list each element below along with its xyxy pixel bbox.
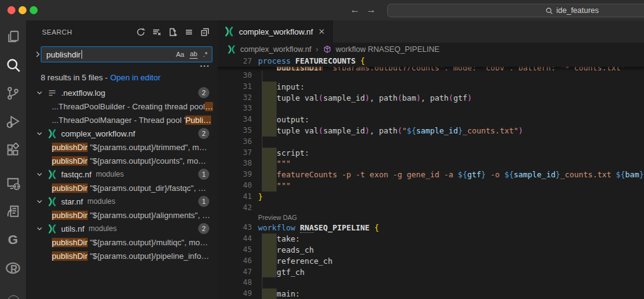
regex-icon[interactable]: .* [203, 51, 207, 58]
chevron-down-icon[interactable] [36, 225, 43, 232]
code-line: 30 [217, 70, 644, 82]
search-input[interactable]: publishdir Aa ab .* [41, 46, 212, 62]
line-number: 39 [217, 169, 252, 180]
line-number: 41 [217, 192, 252, 203]
whole-word-icon[interactable]: ab [190, 50, 197, 59]
code-line: 43workflow RNASEQ_PIPELINE { [217, 222, 644, 234]
code-line: 47 gtf_ch [217, 267, 644, 278]
codelens-preview-dag[interactable]: Preview DAG [217, 213, 644, 222]
code-line: 40 """ [217, 180, 644, 192]
nextflow-file-icon [48, 197, 57, 206]
code-line: 48 [217, 277, 644, 288]
search-icon[interactable] [0, 51, 26, 79]
tab-complex-workflow[interactable]: complex_workflow.nf [217, 20, 333, 43]
close-window-button[interactable] [7, 6, 15, 14]
search-file-row[interactable]: utils.nfmodules2 [26, 222, 217, 235]
search-match-row[interactable]: publishDir "${params.output}/alignments"… [26, 208, 217, 222]
zoom-window-button[interactable] [30, 6, 38, 14]
breadcrumb-symbol[interactable]: workflow RNASEQ_PIPELINE [336, 45, 440, 54]
search-match-row[interactable]: publishDir "${params.output}/pipeline_in… [26, 249, 217, 263]
open-in-editor-link[interactable]: Open in editor [110, 73, 161, 82]
line-number: 43 [217, 222, 252, 234]
chevron-down-icon[interactable] [36, 198, 43, 205]
breadcrumbs: complex_workflow.nf › workflow RNASEQ_PI… [217, 43, 644, 56]
code-lines: 3031 input:32 tuple val(sample_id), path… [217, 70, 644, 299]
code-line: 44 take: [217, 234, 644, 245]
r-language-icon[interactable]: R [0, 254, 26, 282]
extensions-icon[interactable] [0, 136, 26, 164]
match-highlight: … [205, 102, 213, 111]
search-match-row[interactable]: publishDir "${params.output_dir}/fastqc"… [26, 181, 217, 195]
match-highlight: publishDir [52, 251, 88, 261]
code-line: 42 [217, 203, 644, 214]
match-highlight: publishDir [52, 156, 88, 166]
code-line: 49 main: [217, 288, 644, 299]
line-number: 38 [217, 158, 252, 169]
close-tab-icon[interactable] [318, 28, 325, 35]
navigate-forward-button[interactable]: → [364, 3, 378, 17]
run-and-debug-icon[interactable] [0, 107, 26, 136]
chevron-down-icon[interactable] [36, 130, 43, 137]
refresh-icon[interactable] [135, 27, 146, 37]
nextflow-file-icon [48, 170, 57, 179]
breadcrumb-separator: › [316, 44, 318, 54]
open-new-search-editor-icon[interactable] [167, 27, 178, 37]
view-as-list-icon[interactable] [183, 27, 194, 37]
remote-explorer-icon[interactable] [0, 169, 26, 197]
file-description: modules [96, 170, 123, 179]
vscode-window: ← → ide_features [0, 0, 644, 299]
activity-bar: G R [0, 20, 26, 299]
search-file-row[interactable]: complex_workflow.nf2 [26, 127, 217, 140]
tab-label: complex_workflow.nf [239, 27, 313, 36]
doc-runner-icon[interactable] [0, 197, 26, 225]
code-line: 36 [217, 137, 644, 148]
search-match-row[interactable]: publishDir "${params.output}/multiqc", m… [26, 235, 217, 249]
match-case-icon[interactable]: Aa [176, 51, 184, 58]
log-file-icon [48, 88, 57, 98]
search-match-row[interactable]: publishDir "${params.output}/counts", mo… [26, 154, 217, 167]
file-name: complex_workflow.nf [61, 129, 135, 138]
search-panel: SEARCH [26, 20, 217, 299]
source-control-icon[interactable] [0, 79, 26, 107]
match-count-badge: 2 [198, 223, 209, 234]
code-line: 38 """ [217, 158, 644, 169]
partially-scrolled-line: publishDir "${params.output}/counts", mo… [217, 67, 644, 70]
navigate-back-button[interactable]: ← [348, 3, 362, 17]
line-number: 48 [217, 277, 252, 288]
toggle-search-details-icon[interactable]: ··· [200, 63, 210, 69]
match-highlight: publishDir [52, 238, 88, 247]
gitlens-icon[interactable]: G [0, 225, 26, 254]
explorer-icon[interactable] [0, 22, 26, 51]
line-number: 44 [217, 234, 252, 245]
tab-strip: complex_workflow.nf [217, 20, 644, 43]
code-line: 46 reference_ch [217, 256, 644, 267]
symbol-module-icon [323, 45, 332, 54]
search-file-row[interactable]: .nextflow.log2 [26, 86, 217, 99]
panel-title: SEARCH [42, 28, 72, 36]
indent-guide [262, 103, 262, 114]
file-name: star.nf [61, 197, 83, 206]
code-area[interactable]: 27 process FEATURECOUNTS { publishDir "$… [217, 56, 644, 299]
text-caret [82, 50, 83, 59]
clear-search-results-icon[interactable] [151, 27, 162, 37]
search-match-row[interactable]: ...ThreadPoolBuilder - Creating thread p… [26, 99, 217, 113]
partial-extension-icon[interactable] [7, 295, 20, 299]
match-highlight: Publi… [185, 116, 211, 125]
search-file-row[interactable]: star.nfmodules1 [26, 195, 217, 208]
code-line: 39 featureCounts -p -t exon -g gene_id -… [217, 169, 644, 180]
chevron-down-icon[interactable] [36, 89, 43, 96]
breadcrumb-file[interactable]: complex_workflow.nf [240, 45, 311, 54]
sticky-scroll-line[interactable]: 27 process FEATURECOUNTS { [217, 56, 644, 67]
code-line: 33 [217, 103, 644, 114]
match-count-badge: 1 [198, 196, 209, 207]
code-line: 31 input: [217, 82, 644, 93]
minimize-window-button[interactable] [19, 6, 27, 14]
search-match-row[interactable]: ...ThreadPoolManager - Thread pool 'Publ… [26, 113, 217, 127]
search-file-row[interactable]: fastqc.nfmodules1 [26, 167, 217, 181]
search-query: publishdir [46, 50, 81, 59]
search-match-row[interactable]: publishDir "${params.output}/trimmed", m… [26, 140, 217, 154]
chevron-down-icon[interactable] [36, 171, 43, 178]
collapse-all-icon[interactable] [199, 27, 210, 37]
command-center[interactable]: ide_features [387, 4, 644, 17]
nextflow-file-icon [224, 27, 234, 36]
